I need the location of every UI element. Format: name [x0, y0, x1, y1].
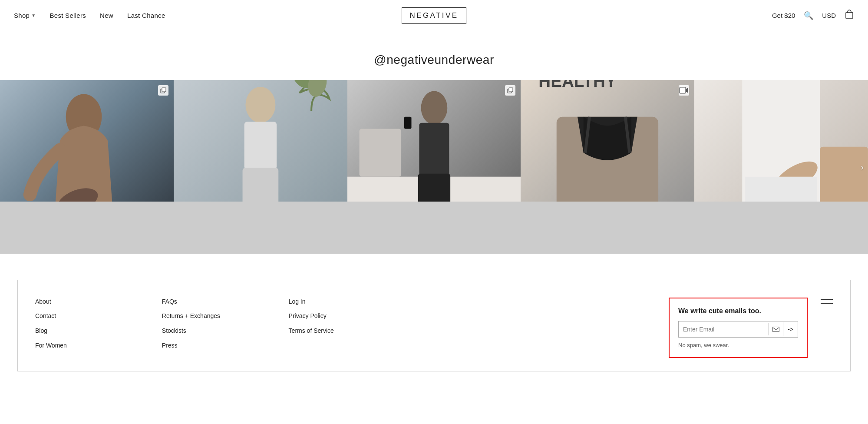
svg-text:HEALTHY: HEALTHY — [539, 80, 617, 90]
instagram-photo-3[interactable] — [347, 80, 521, 254]
nav-best-sellers[interactable]: Best Sellers — [50, 12, 86, 19]
svg-rect-21 — [404, 117, 412, 129]
svg-point-10 — [245, 87, 275, 123]
svg-rect-29 — [680, 87, 686, 93]
email-icon-button[interactable] — [769, 323, 783, 335]
instagram-photo-2[interactable] — [174, 80, 347, 254]
svg-rect-20 — [418, 174, 450, 202]
svg-rect-23 — [509, 88, 513, 92]
svg-rect-19 — [419, 123, 449, 177]
search-icon[interactable]: 🔍 — [804, 11, 813, 20]
hamburger-line-2 — [821, 303, 833, 304]
footer-link-login[interactable]: Log In — [289, 298, 416, 306]
multi-photo-badge-3 — [505, 85, 515, 96]
email-input[interactable] — [679, 321, 769, 337]
nav-last-chance[interactable]: Last Chance — [127, 12, 165, 19]
footer-col-2: FAQs Returns + Exchanges Stockists Press — [162, 298, 289, 358]
svg-rect-33 — [745, 177, 817, 202]
footer-link-blog[interactable]: Blog — [35, 327, 162, 335]
footer-link-stockists[interactable]: Stockists — [162, 327, 289, 335]
hamburger-line-1 — [821, 299, 833, 300]
nav-shop[interactable]: Shop ▼ — [14, 12, 36, 19]
nav-get-credit[interactable]: Get $20 — [772, 12, 795, 19]
svg-rect-11 — [244, 122, 276, 169]
footer-link-contact[interactable]: Contact — [35, 312, 162, 321]
nav-right: Get $20 🔍 USD — [772, 10, 854, 21]
instagram-handle[interactable]: @negativeunderwear — [0, 53, 868, 67]
email-input-row: -> — [678, 321, 798, 338]
svg-rect-6 — [162, 88, 166, 92]
video-badge-4 — [679, 85, 689, 96]
email-signup-title: We write cute emails too. — [678, 307, 761, 315]
svg-rect-17 — [359, 129, 401, 176]
footer-inner: About Contact Blog For Women FAQs Return… — [35, 298, 833, 358]
image-grid-inner: HEALTHY — [0, 80, 868, 254]
footer-link-press[interactable]: Press — [162, 341, 289, 350]
grid-next-arrow[interactable]: › — [861, 162, 864, 172]
site-logo[interactable]: NEGATIVE — [402, 7, 467, 24]
email-submit-button[interactable]: -> — [783, 322, 798, 336]
instagram-photo-4[interactable]: HEALTHY — [521, 80, 694, 254]
instagram-photo-5[interactable] — [694, 80, 868, 254]
footer-col-3: Log In Privacy Policy Terms of Service — [289, 298, 416, 358]
nav-new[interactable]: New — [100, 12, 113, 19]
svg-rect-0 — [846, 13, 853, 18]
footer-link-privacy[interactable]: Privacy Policy — [289, 312, 416, 321]
svg-rect-12 — [242, 168, 278, 202]
footer-link-returns[interactable]: Returns + Exchanges — [162, 312, 289, 321]
svg-rect-34 — [820, 147, 868, 202]
nav-shop-label: Shop — [14, 12, 30, 19]
instagram-photo-1[interactable] — [0, 80, 174, 254]
chevron-down-icon: ▼ — [31, 13, 36, 18]
footer-link-about[interactable]: About — [35, 298, 162, 306]
footer-link-terms[interactable]: Terms of Service — [289, 327, 416, 335]
no-spam-text: No spam, we swear. — [678, 342, 729, 348]
header: Shop ▼ Best Sellers New Last Chance NEGA… — [0, 0, 868, 31]
footer-email-signup: We write cute emails too. -> No spam, we… — [669, 298, 808, 358]
footer-col-1: About Contact Blog For Women — [35, 298, 162, 358]
instagram-section: @negativeunderwear — [0, 31, 868, 80]
cart-icon[interactable] — [845, 10, 854, 21]
nav-left: Shop ▼ Best Sellers New Last Chance — [14, 12, 165, 19]
footer-link-for-women[interactable]: For Women — [35, 341, 162, 350]
svg-point-18 — [421, 91, 447, 125]
svg-rect-35 — [773, 327, 779, 331]
nav-currency[interactable]: USD — [822, 12, 836, 19]
email-input-actions: -> — [769, 321, 798, 337]
instagram-image-grid: HEALTHY — [0, 80, 868, 254]
footer-link-faqs[interactable]: FAQs — [162, 298, 289, 306]
multi-photo-badge-1 — [158, 85, 168, 96]
footer-hamburger-menu[interactable] — [821, 298, 833, 358]
footer: About Contact Blog For Women FAQs Return… — [17, 280, 851, 371]
